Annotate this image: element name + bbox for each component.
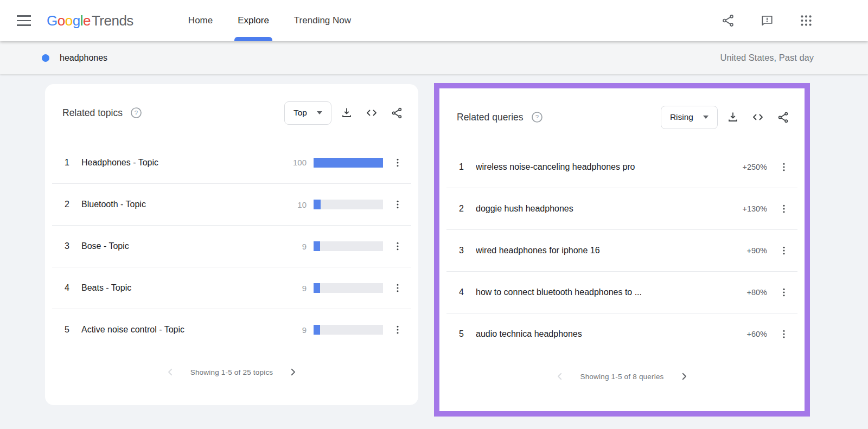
queries-controls: Rising bbox=[661, 106, 793, 129]
topic-bar bbox=[314, 283, 383, 293]
related-topics-title: Related topics bbox=[62, 107, 123, 119]
share-icon[interactable] bbox=[773, 107, 793, 127]
top-nav: GoogleTrends Home Explore Trending Now bbox=[0, 0, 868, 41]
download-icon[interactable] bbox=[337, 103, 356, 123]
topics-pagination-text: Showing 1-5 of 25 topics bbox=[190, 368, 273, 376]
topic-label: Bose - Topic bbox=[81, 241, 282, 251]
topic-value: 10 bbox=[282, 200, 307, 209]
topic-row[interactable]: 2Bluetooth - Topic10 bbox=[52, 183, 411, 225]
query-growth: +90% bbox=[747, 246, 768, 255]
topic-label: Headphones - Topic bbox=[81, 158, 282, 168]
topic-row[interactable]: 3Bose - Topic9 bbox=[52, 225, 411, 267]
tab-explore[interactable]: Explore bbox=[225, 0, 282, 41]
query-growth: +130% bbox=[742, 204, 767, 213]
prev-page-icon[interactable] bbox=[162, 364, 178, 380]
topic-value: 9 bbox=[282, 242, 307, 251]
logo-trends-wordmark: Trends bbox=[92, 12, 133, 29]
topic-row[interactable]: 1Headphones - Topic100 bbox=[52, 142, 411, 183]
logo-google-wordmark: Google bbox=[47, 12, 91, 29]
query-label: wired headphones for iphone 16 bbox=[476, 246, 747, 255]
query-row[interactable]: 1wireless noise-canceling headphones pro… bbox=[446, 146, 797, 188]
nav-actions bbox=[718, 11, 868, 30]
feedback-icon[interactable] bbox=[757, 11, 777, 30]
topic-bar bbox=[314, 325, 383, 335]
query-rank: 5 bbox=[459, 329, 473, 339]
topic-value: 9 bbox=[282, 325, 307, 335]
download-icon[interactable] bbox=[723, 107, 743, 127]
query-row[interactable]: 5audio technica headphones+60% bbox=[446, 313, 797, 355]
google-trends-logo[interactable]: GoogleTrends bbox=[47, 12, 133, 29]
kebab-menu-icon[interactable] bbox=[774, 199, 794, 219]
queries-pagination-text: Showing 1-5 of 8 queries bbox=[580, 373, 663, 381]
topic-row[interactable]: 4Beats - Topic9 bbox=[52, 267, 411, 309]
related-queries-title: Related queries bbox=[457, 112, 524, 123]
kebab-menu-icon[interactable] bbox=[774, 157, 794, 177]
svg-text:?: ? bbox=[535, 114, 538, 120]
topic-label: Active noise control - Topic bbox=[81, 325, 282, 335]
next-page-icon[interactable] bbox=[285, 364, 301, 380]
main-content: Related topics ? Top bbox=[0, 74, 868, 429]
topic-label: Bluetooth - Topic bbox=[81, 200, 282, 209]
query-label: wireless noise-canceling headphones pro bbox=[476, 162, 742, 172]
help-icon[interactable]: ? bbox=[129, 106, 143, 120]
query-row[interactable]: 2doggie hush headphones+130% bbox=[446, 188, 797, 229]
topic-rank: 1 bbox=[65, 158, 79, 168]
tab-home[interactable]: Home bbox=[176, 0, 225, 41]
query-row[interactable]: 3wired headphones for iphone 16+90% bbox=[446, 229, 797, 271]
topic-bar-fill bbox=[314, 283, 320, 293]
term-color-dot bbox=[42, 54, 49, 62]
apps-grid-icon[interactable] bbox=[796, 11, 816, 30]
kebab-menu-icon[interactable] bbox=[774, 240, 794, 261]
topic-bar-fill bbox=[314, 158, 383, 168]
query-rank: 1 bbox=[459, 162, 473, 172]
topic-bar-fill bbox=[314, 241, 320, 251]
help-icon[interactable]: ? bbox=[530, 110, 544, 124]
query-label: how to connect bluetooth headphones to .… bbox=[476, 287, 747, 297]
topics-filter-dropdown[interactable]: Top bbox=[284, 101, 331, 125]
query-label: doggie hush headphones bbox=[476, 204, 742, 214]
svg-text:?: ? bbox=[135, 110, 138, 116]
kebab-menu-icon[interactable] bbox=[774, 324, 794, 344]
topic-bar-fill bbox=[314, 325, 320, 335]
geo-time-scope: United States, Past day bbox=[720, 53, 814, 63]
topic-bar bbox=[314, 158, 383, 168]
topic-rank: 3 bbox=[65, 241, 79, 251]
nav-tabs: Home Explore Trending Now bbox=[176, 0, 363, 41]
query-growth: +250% bbox=[742, 163, 767, 171]
kebab-menu-icon[interactable] bbox=[774, 282, 794, 303]
tab-trending-now[interactable]: Trending Now bbox=[282, 0, 363, 41]
related-topics-list: 1Headphones - Topic1002Bluetooth - Topic… bbox=[52, 142, 411, 350]
topic-row[interactable]: 5Active noise control - Topic9 bbox=[52, 309, 411, 350]
topic-label: Beats - Topic bbox=[81, 283, 282, 293]
topic-value: 9 bbox=[282, 284, 307, 293]
embed-icon[interactable] bbox=[748, 107, 768, 127]
prev-page-icon[interactable] bbox=[552, 368, 568, 385]
share-icon[interactable] bbox=[387, 103, 406, 123]
queries-filter-dropdown[interactable]: Rising bbox=[661, 106, 718, 129]
topic-value: 100 bbox=[282, 158, 307, 167]
query-rank: 3 bbox=[459, 246, 473, 255]
query-row[interactable]: 4how to connect bluetooth headphones to … bbox=[446, 271, 797, 313]
next-page-icon[interactable] bbox=[676, 368, 692, 385]
kebab-menu-icon[interactable] bbox=[387, 319, 408, 340]
related-queries-header: Related queries ? Rising bbox=[439, 88, 805, 146]
chevron-down-icon bbox=[317, 111, 322, 114]
kebab-menu-icon[interactable] bbox=[387, 278, 408, 298]
kebab-menu-icon[interactable] bbox=[387, 236, 408, 257]
share-icon[interactable] bbox=[718, 11, 738, 30]
related-queries-list: 1wireless noise-canceling headphones pro… bbox=[446, 146, 797, 355]
topics-controls: Top bbox=[284, 101, 406, 125]
highlight-annotation-box: Related queries ? Rising bbox=[434, 83, 810, 417]
topic-rank: 2 bbox=[65, 200, 79, 209]
query-label: audio technica headphones bbox=[476, 329, 747, 339]
topics-pagination: Showing 1-5 of 25 topics bbox=[45, 364, 418, 380]
menu-icon[interactable] bbox=[12, 9, 36, 33]
topic-bar-fill bbox=[314, 200, 321, 209]
topic-rank: 5 bbox=[65, 325, 79, 335]
embed-icon[interactable] bbox=[362, 103, 381, 123]
related-topics-header: Related topics ? Top bbox=[45, 84, 418, 142]
kebab-menu-icon[interactable] bbox=[387, 152, 408, 173]
queries-pagination: Showing 1-5 of 8 queries bbox=[439, 368, 805, 385]
query-growth: +60% bbox=[747, 330, 768, 338]
kebab-menu-icon[interactable] bbox=[387, 194, 408, 215]
